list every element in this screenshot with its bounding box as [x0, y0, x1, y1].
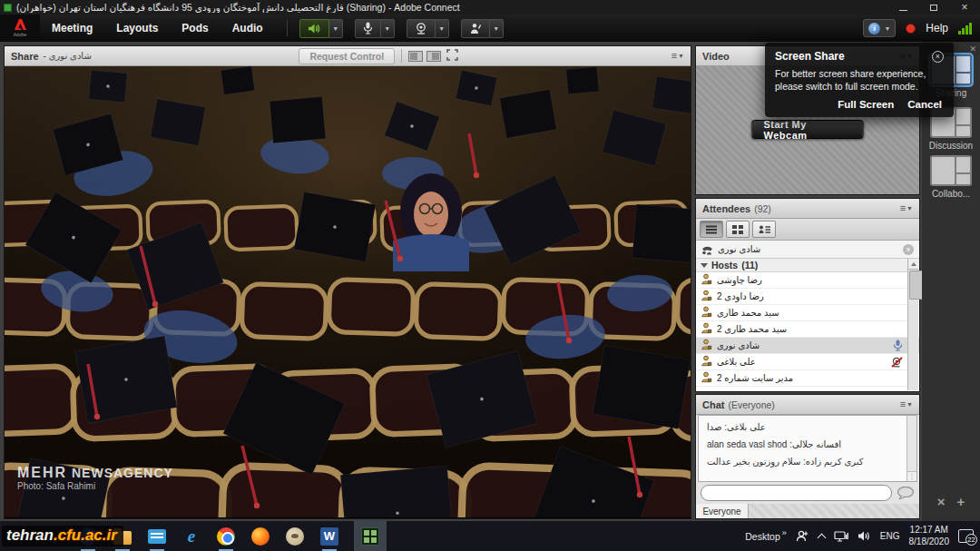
webcam-button[interactable] — [407, 19, 436, 38]
speaker-dropdown[interactable]: ▼ — [329, 19, 343, 38]
attendee-row[interactable]: سید محمد طاری 2 — [696, 321, 919, 338]
grid-view-button[interactable] — [726, 221, 750, 238]
host-role-icon — [701, 321, 712, 338]
share-pod-header: Share - شادی نوری Request Control ≡▼ — [5, 46, 691, 66]
close-button[interactable]: × — [949, 0, 980, 15]
hidden-icons-chevron[interactable] — [817, 533, 826, 542]
layouts-collapse-icon[interactable]: ✕ — [969, 44, 976, 54]
attendee-row[interactable]: رضا چاوشی — [696, 272, 919, 289]
chat-message: کبری کریم زاده: سلام روزتون بخیر عدالت — [707, 457, 908, 467]
volume-icon[interactable] — [858, 530, 871, 542]
pane-layout-icon[interactable] — [408, 51, 423, 62]
network-icon[interactable] — [834, 530, 848, 542]
host-role-icon — [701, 338, 712, 354]
adobe-logo-icon: Adobe — [0, 15, 40, 42]
taskbar-mail-icon[interactable] — [147, 526, 167, 546]
phone-user-close-icon[interactable]: × — [903, 244, 914, 255]
chat-scrollbar[interactable]: ⋮ — [906, 416, 916, 481]
attendee-row[interactable]: سید محمد طاری — [696, 305, 919, 321]
attendee-name: علی بلاغی — [717, 357, 756, 367]
menu-bar: Adobe Meeting Layouts Pods Audio ▼ ▼ ▼ — [0, 15, 980, 42]
record-indicator-icon — [906, 24, 916, 34]
microphone-dropdown[interactable]: ▼ — [381, 19, 395, 38]
attendees-pod-title: Attendees — [702, 203, 750, 214]
help-menu[interactable]: Help — [926, 22, 948, 34]
speaker-button[interactable] — [299, 19, 329, 38]
attendee-name: سید محمد طاری 2 — [717, 324, 787, 334]
phone-user-row[interactable]: شادی نوری × — [696, 241, 919, 259]
language-indicator[interactable]: ENG — [880, 531, 900, 541]
chat-pod: Chat (Everyone) ≡▼ علی بلاغی: صداافسانه … — [695, 394, 920, 519]
status-view-button[interactable] — [752, 221, 776, 238]
attendees-view-toolbar — [696, 219, 919, 241]
chat-tab-everyone[interactable]: Everyone — [696, 504, 749, 518]
photo-watermark: MEHR NEWSAGENCY Photo: Safa Rahimi — [17, 465, 173, 491]
delete-layout-icon[interactable]: × — [937, 494, 946, 509]
action-center-icon[interactable]: 22 — [958, 529, 974, 543]
send-message-icon[interactable] — [897, 487, 915, 500]
chat-message: افسانه جلالی: alan seda vasl shod — [707, 439, 908, 449]
maximize-button[interactable] — [918, 0, 949, 15]
attendee-name: مدیر سایت شماره 2 — [717, 373, 793, 383]
info-button[interactable]: i ▼ — [863, 19, 896, 37]
attendee-row[interactable]: علی بلاغی — [696, 354, 919, 370]
status-dropdown[interactable]: ▼ — [490, 19, 504, 38]
add-layout-icon[interactable]: + — [957, 494, 965, 509]
people-tray-icon[interactable] — [796, 530, 809, 542]
host-role-icon — [701, 290, 712, 301]
speaker-icon — [308, 23, 321, 34]
fullscreen-icon[interactable] — [446, 49, 458, 63]
chat-messages: علی بلاغی: صداافسانه جلالی: alan seda va… — [698, 415, 917, 482]
attendee-row[interactable]: مدیر سایت شماره 2 — [696, 370, 919, 387]
popup-close-icon[interactable]: × — [932, 51, 944, 63]
taskbar-adobe-connect-icon[interactable] — [354, 521, 387, 551]
chat-input[interactable] — [701, 485, 892, 501]
shared-photo: MEHR NEWSAGENCY Photo: Safa Rahimi — [5, 66, 691, 518]
taskbar-word-icon[interactable]: W — [319, 526, 339, 546]
chat-scope: (Everyone) — [728, 399, 774, 410]
menu-audio[interactable]: Audio — [220, 22, 275, 34]
layout-item-collabo[interactable]: Collabo... — [922, 155, 980, 199]
attendees-pod-header: Attendees (92) ≡▼ — [696, 199, 919, 219]
attendees-pod-menu-icon[interactable]: ≡▼ — [900, 203, 913, 213]
attendees-scrollbar[interactable] — [907, 259, 918, 390]
layout-thumbnail-icon[interactable] — [930, 155, 972, 186]
layout-label: Collabo... — [922, 189, 980, 199]
grid-view-icon — [732, 225, 743, 234]
host-role-icon — [701, 354, 712, 370]
clock[interactable]: 12:17 AM8/18/2020 — [909, 525, 950, 547]
connection-status-icon[interactable] — [958, 23, 972, 34]
menu-meeting[interactable]: Meeting — [40, 22, 104, 34]
microphone-button[interactable] — [355, 19, 381, 38]
attendee-cam-blocked-icon — [891, 357, 903, 368]
menu-pods[interactable]: Pods — [170, 22, 220, 34]
cancel-button[interactable]: Cancel — [907, 99, 942, 110]
pane-layout-alt-icon[interactable] — [426, 51, 441, 62]
request-control-button[interactable]: Request Control — [299, 48, 395, 64]
list-view-icon — [706, 225, 717, 234]
webcam-dropdown[interactable]: ▼ — [436, 19, 449, 38]
app-icon — [4, 4, 12, 12]
taskbar-firefox-icon[interactable] — [250, 526, 270, 546]
desktop-toolbar[interactable]: Desktop» — [745, 531, 787, 542]
attendee-row[interactable]: رضا داودی 2 — [696, 289, 919, 305]
list-view-button[interactable] — [700, 221, 723, 238]
minimize-button[interactable] — [887, 0, 918, 15]
hosts-group-header[interactable]: Hosts (11) — [696, 259, 919, 272]
taskbar-chrome-icon[interactable] — [216, 526, 236, 546]
share-pod-menu-icon[interactable]: ≡▼ — [671, 51, 684, 61]
share-presenter-name: شادی نوری — [49, 51, 92, 61]
chat-pod-menu-icon[interactable]: ≡▼ — [900, 399, 913, 409]
title-bar: فارغ التحصیلی دانش آموختگان ورودی 95 دان… — [0, 0, 980, 15]
raise-hand-icon — [469, 23, 482, 34]
attendee-row[interactable]: شادی نوری — [696, 338, 919, 354]
taskbar-internet-explorer-icon[interactable]: e — [181, 526, 201, 546]
full-screen-button[interactable]: Full Screen — [838, 99, 894, 110]
start-webcam-button[interactable]: Start My Webcam — [752, 120, 864, 139]
info-icon: i — [868, 23, 880, 34]
chat-message: علی بلاغی: صدا — [707, 422, 908, 432]
status-options-button[interactable] — [461, 19, 490, 38]
menu-layouts[interactable]: Layouts — [104, 22, 170, 34]
taskbar-sketch-icon[interactable] — [285, 526, 305, 546]
host-role-icon — [701, 305, 712, 321]
